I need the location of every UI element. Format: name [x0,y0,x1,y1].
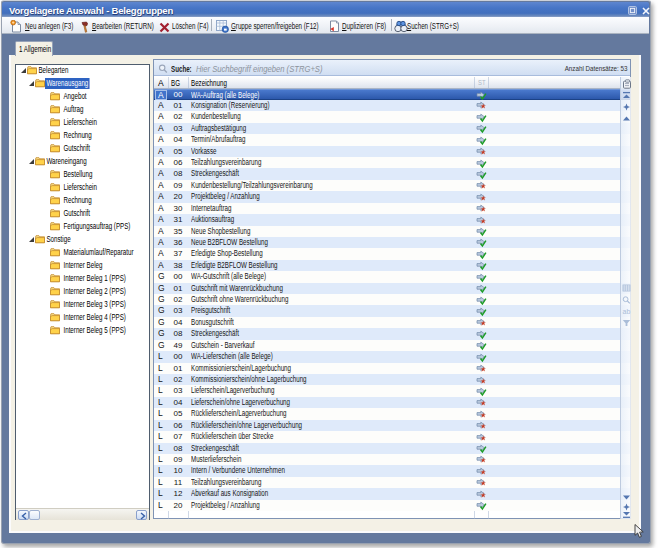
svg-text:ab: ab [623,308,631,315]
